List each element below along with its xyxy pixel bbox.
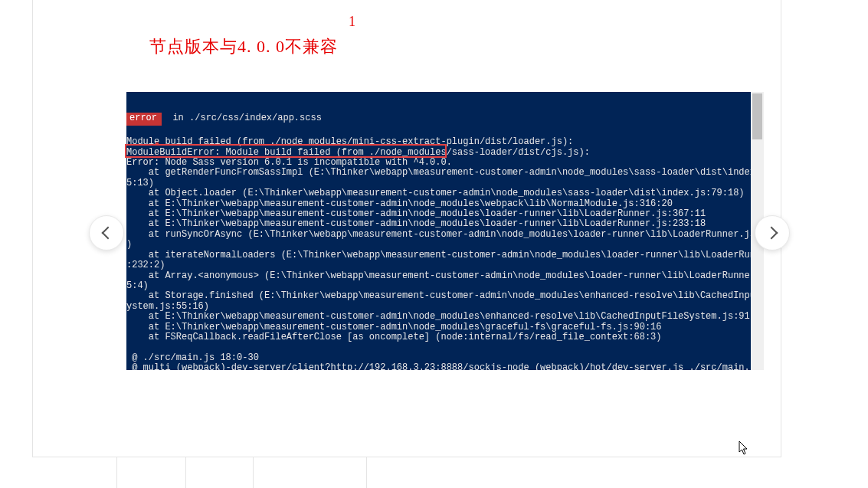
chevron-right-icon <box>765 227 778 240</box>
terminal-line: at runSyncOrAsync (E:\Thinker\webapp\mea… <box>126 229 751 240</box>
terminal-output: error in ./src/css/index/app.scss Module… <box>126 92 751 370</box>
error-in-path: in ./src/css/index/app.scss <box>162 113 322 123</box>
slide-title: 节点版本与4. 0. 0不兼容 <box>149 35 338 58</box>
terminal-line: Error: Node Sass version 6.0.1 is incomp… <box>126 157 452 168</box>
terminal-line: ModuleBuildError: Module build failed (f… <box>126 147 590 158</box>
prev-button[interactable] <box>89 215 124 251</box>
terminal-line: at E:\Thinker\webapp\measurement-custome… <box>126 322 662 332</box>
terminal-line: at E:\Thinker\webapp\measurement-custome… <box>126 208 706 219</box>
terminal-line: 5:4) <box>126 280 149 291</box>
error-badge: error <box>126 113 162 125</box>
terminal-line: at E:\Thinker\webapp\measurement-custome… <box>126 218 706 229</box>
terminal-line: at Storage.finished (E:\Thinker\webapp\m… <box>126 290 751 301</box>
next-button[interactable] <box>755 215 790 251</box>
content-panel: 1 节点版本与4. 0. 0不兼容 error in ./src/css/ind… <box>32 0 781 457</box>
terminal-line: at E:\Thinker\webapp\measurement-custome… <box>126 311 751 322</box>
terminal-line: 5:13) <box>126 178 154 188</box>
terminal-line: ystem.js:55:16) <box>126 301 209 312</box>
terminal-scrollbar-thumb[interactable] <box>752 93 762 139</box>
terminal-line: @ ./src/main.js 18:0-30 <box>126 352 259 363</box>
terminal-line: at iterateNormalLoaders (E:\Thinker\weba… <box>126 250 751 260</box>
chevron-left-icon <box>101 227 114 240</box>
terminal-line: at Object.loader (E:\Thinker\webapp\meas… <box>126 188 745 198</box>
terminal-line: ) <box>126 239 132 250</box>
terminal-line: @ multi (webpack)-dev-server/client?http… <box>126 362 751 370</box>
terminal-line: :232:2) <box>126 260 165 270</box>
page-root: 1 节点版本与4. 0. 0不兼容 error in ./src/css/ind… <box>0 0 868 488</box>
terminal-line: at Array.<anonymous> (E:\Thinker\webapp\… <box>126 270 751 281</box>
terminal-line: at FSReqCallback.readFileAfterClose [as … <box>126 332 662 342</box>
slide-index: 1 <box>349 14 355 30</box>
terminal-line: at getRenderFuncFromSassImpl (E:\Thinker… <box>126 167 751 178</box>
terminal-line: at E:\Thinker\webapp\measurement-custome… <box>126 198 673 209</box>
terminal-line: Module build failed (from ./node_modules… <box>126 136 573 147</box>
